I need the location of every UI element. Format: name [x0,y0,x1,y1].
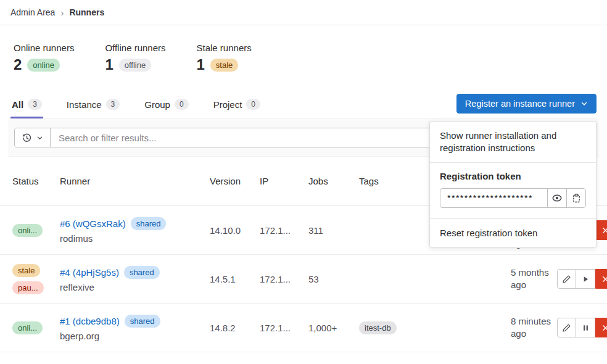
runner-link[interactable]: #1 (dcbe9db8) [60,316,120,326]
runner-description: bgerp.org [60,331,204,341]
tab-label: Instance [67,99,102,110]
resume-runner-button[interactable] [576,269,595,289]
runner-stats: Online runners 2 online Offline runners … [0,25,607,72]
tab-label: Group [144,99,170,110]
registration-token-value[interactable]: ******************** [440,189,547,207]
close-icon [601,226,607,234]
runner-summary-cell: #1 (dcbe9db8) shared bgerp.org [60,315,210,341]
pencil-icon [562,275,571,284]
tab-all[interactable]: All 3 [10,93,43,118]
history-icon [22,133,32,143]
chevron-down-icon [36,134,43,141]
runner-ip: 172.1... [260,225,308,236]
chevron-down-icon [580,100,588,107]
column-header-version: Version [210,176,260,186]
tab-group[interactable]: Group 0 [143,93,189,118]
runners-admin-page: Admin Area › Runners Online runners 2 on… [0,0,607,364]
runner-version: 14.5.1 [210,274,260,284]
status-badge-online: online [27,59,60,72]
tab-project[interactable]: Project 0 [212,93,262,118]
register-button-label: Register an instance runner [465,99,575,109]
shared-badge: shared [131,217,167,230]
close-icon [601,324,607,332]
table-row-runner-1: onli... #1 (dcbe9db8) shared bgerp.org 1… [0,304,607,352]
tab-count-badge: 0 [175,99,189,110]
runner-ip: 172.1... [260,274,308,284]
registration-token-section: Registration token ******************** [430,163,596,218]
delete-runner-button[interactable] [595,318,607,337]
tabs-row: All 3 Instance 3 Group 0 Project 0 Regis… [0,93,607,118]
runner-version: 14.8.2 [210,323,260,333]
shared-badge: shared [124,266,160,279]
registration-token-label: Registration token [440,171,586,181]
play-icon [582,275,590,283]
stat-offline-runners: Offline runners 1 offline [105,43,165,72]
runner-jobs-count: 1,000+ [308,323,359,333]
runner-actions [557,318,607,337]
runner-last-contact: 8 minutes ago [511,315,557,340]
stat-count: 1 [197,57,205,72]
pencil-icon [562,323,571,333]
copy-token-button[interactable] [566,189,585,207]
table-row-runner-4: stale pau... #4 (4pHjSg5s) shared reflex… [0,255,607,304]
eye-icon [552,193,562,203]
runner-status-cell: stale pau... [12,264,60,294]
reset-registration-token-item[interactable]: Reset registration token [430,219,596,247]
breadcrumb-current: Runners [69,7,104,17]
breadcrumb-admin-area-link[interactable]: Admin Area [10,7,55,17]
status-badge-stale: stale [210,59,238,72]
runner-summary-cell: #4 (4pHjSg5s) shared reflexive [60,266,210,292]
pause-icon [582,324,590,332]
tab-count-badge: 0 [246,99,260,110]
edit-runner-button[interactable] [557,318,576,337]
runner-version: 14.10.0 [210,225,260,236]
column-header-status: Status [12,176,60,186]
tab-label: All [12,99,23,110]
stat-count: 1 [105,57,113,72]
shared-badge: shared [125,315,160,328]
status-badge-paused: pau... [12,281,44,294]
stat-label: Offline runners [105,43,165,53]
runner-actions [557,269,607,289]
runner-last-contact: 5 months ago [511,267,557,291]
delete-runner-button[interactable] [595,220,607,240]
runner-type-tabs: All 3 Instance 3 Group 0 Project 0 [10,93,262,118]
runner-status-cell: onli... [12,224,60,237]
runner-tags-cell: itest-db [359,321,511,334]
reveal-token-button[interactable] [547,189,566,207]
pause-runner-button[interactable] [576,318,595,337]
status-badge-online: onli... [12,224,43,237]
stat-label: Online runners [14,43,74,53]
runner-link[interactable]: #6 (wQGsxRak) [60,218,126,229]
tab-count-badge: 3 [106,99,120,110]
column-header-runner: Runner [60,176,210,186]
runner-summary-cell: #6 (wQGsxRak) shared rodimus [60,217,210,244]
tab-label: Project [213,99,242,110]
tab-count-badge: 3 [28,99,42,110]
tab-instance[interactable]: Instance 3 [65,93,121,118]
runner-description: reflexive [60,282,204,292]
status-badge-stale: stale [12,264,40,277]
register-runner-dropdown: Show runner installation and registratio… [429,121,597,248]
breadcrumb: Admin Area › Runners [0,0,607,25]
column-header-jobs: Jobs [308,176,359,186]
stat-count: 2 [14,57,22,72]
runner-jobs-count: 311 [308,225,359,236]
runner-status-cell: onli... [12,321,60,334]
delete-runner-button[interactable] [595,269,607,289]
clipboard-icon [572,194,581,203]
stat-stale-runners: Stale runners 1 stale [197,43,252,72]
show-installation-instructions-item[interactable]: Show runner installation and registratio… [430,122,596,162]
runner-description: rodimus [60,233,204,244]
edit-runner-button[interactable] [557,269,576,289]
stat-label: Stale runners [197,43,252,53]
register-instance-runner-button[interactable]: Register an instance runner [456,94,597,114]
runner-link[interactable]: #4 (4pHjSg5s) [60,267,119,278]
status-badge-online: onli... [12,321,43,334]
column-header-ip: IP [260,176,308,186]
status-badge-offline: offline [119,59,151,72]
search-history-button[interactable] [15,128,51,147]
chevron-right-icon: › [60,8,64,17]
runner-jobs-count: 53 [308,274,359,284]
runner-ip: 172.1... [260,323,308,333]
